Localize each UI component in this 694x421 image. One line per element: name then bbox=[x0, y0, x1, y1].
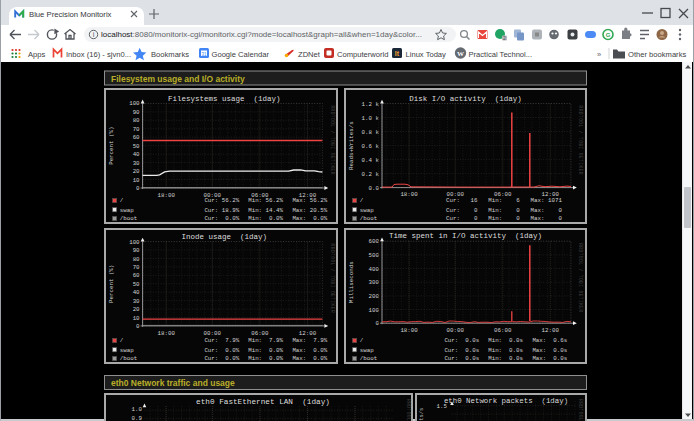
svg-text:80: 80 bbox=[133, 117, 140, 124]
svg-text:31: 31 bbox=[201, 52, 207, 57]
svg-text:30: 30 bbox=[133, 298, 140, 305]
svg-text:Google Calendar: Google Calendar bbox=[212, 50, 270, 59]
svg-text:Min: 0: Min: 0 bbox=[488, 207, 520, 214]
svg-text:Min: 6: Min: 6 bbox=[488, 197, 520, 204]
svg-text:Max: 0: Max: 0 bbox=[531, 215, 563, 222]
svg-text:Min: 0.0s: Min: 0.0s bbox=[488, 347, 523, 354]
svg-text:Max: 7.9%: Max: 7.9% bbox=[292, 337, 327, 344]
svg-text:90: 90 bbox=[133, 247, 140, 254]
svg-text:0.9: 0.9 bbox=[132, 415, 143, 421]
svg-text:»: » bbox=[597, 50, 601, 59]
svg-text:lt: lt bbox=[395, 50, 400, 57]
svg-text:00:00: 00:00 bbox=[204, 330, 222, 337]
svg-text:Cur: 0: Cur: 0 bbox=[446, 215, 478, 222]
svg-text:18:00: 18:00 bbox=[157, 330, 175, 337]
svg-text:Filesystem usage and I/O activ: Filesystem usage and I/O activity bbox=[111, 74, 245, 84]
svg-text:12:00: 12:00 bbox=[542, 327, 560, 334]
svg-text:W: W bbox=[457, 50, 464, 58]
svg-text:/boot: /boot bbox=[360, 355, 377, 362]
svg-text:Cur: 56.2%: Cur: 56.2% bbox=[204, 197, 239, 204]
svg-text:Apps: Apps bbox=[28, 50, 46, 59]
svg-text:30: 30 bbox=[133, 160, 140, 167]
svg-text:1.5: 1.5 bbox=[437, 403, 448, 410]
svg-text:Packets/s: Packets/s bbox=[419, 408, 425, 421]
svg-text:100: 100 bbox=[129, 239, 140, 246]
svg-text:18:00: 18:00 bbox=[157, 192, 175, 199]
svg-text:swap: swap bbox=[120, 347, 134, 354]
svg-text:Inbox (16) - sjvn0...: Inbox (16) - sjvn0... bbox=[66, 50, 131, 59]
svg-text:/: / bbox=[120, 337, 124, 344]
svg-text:90: 90 bbox=[133, 109, 140, 116]
svg-text:0.8 k: 0.8 k bbox=[362, 129, 380, 136]
svg-text:Blue Precision Monitorix: Blue Precision Monitorix bbox=[29, 10, 112, 19]
svg-text:Max: 0: Max: 0 bbox=[531, 207, 563, 214]
svg-text:Cur: 0.0s: Cur: 0.0s bbox=[444, 355, 479, 362]
svg-text:20: 20 bbox=[133, 306, 140, 313]
svg-text:G: G bbox=[606, 32, 611, 38]
svg-text:1.0 k: 1.0 k bbox=[362, 115, 380, 122]
svg-text:0.6 k: 0.6 k bbox=[362, 143, 380, 150]
svg-text:100: 100 bbox=[129, 100, 140, 107]
svg-text:RRDTOOL / TOBI OETIKER: RRDTOOL / TOBI OETIKER bbox=[406, 399, 411, 421]
svg-text:400: 400 bbox=[369, 266, 380, 273]
svg-text:00:00: 00:00 bbox=[446, 327, 464, 334]
svg-text:Percent (%): Percent (%) bbox=[108, 127, 115, 165]
svg-text:Percent (%): Percent (%) bbox=[108, 265, 115, 303]
svg-text:Cur: 18.9%: Cur: 18.9% bbox=[204, 207, 239, 214]
svg-text:50: 50 bbox=[133, 281, 140, 288]
svg-text:Min: 0.0%: Min: 0.0% bbox=[248, 347, 283, 354]
svg-text:50: 50 bbox=[133, 143, 140, 150]
svg-text:Linux Today: Linux Today bbox=[406, 50, 447, 59]
svg-text:18:00: 18:00 bbox=[400, 191, 418, 198]
svg-text:eth0 Network traffic and usage: eth0 Network traffic and usage bbox=[111, 378, 235, 388]
svg-text:60: 60 bbox=[133, 272, 140, 279]
svg-text:0: 0 bbox=[136, 323, 140, 330]
svg-text:06:00: 06:00 bbox=[251, 330, 269, 337]
svg-text:Max: 0.0%: Max: 0.0% bbox=[292, 355, 327, 362]
svg-text:0.0: 0.0 bbox=[369, 185, 380, 192]
svg-text:20: 20 bbox=[133, 168, 140, 175]
svg-text:Practical Technol...: Practical Technol... bbox=[469, 50, 533, 59]
svg-text:/boot: /boot bbox=[360, 215, 377, 222]
svg-text:/boot: /boot bbox=[120, 355, 137, 362]
svg-text:ZDNet: ZDNet bbox=[298, 50, 321, 59]
svg-text:Max: 0.6s: Max: 0.6s bbox=[532, 337, 567, 344]
svg-text:2: 2 bbox=[503, 35, 506, 41]
svg-text:Min: 0.0%: Min: 0.0% bbox=[248, 215, 283, 222]
svg-text:Max: 56.2%: Max: 56.2% bbox=[292, 197, 327, 204]
svg-text:Cur: 0.0%: Cur: 0.0% bbox=[204, 215, 239, 222]
svg-text:70: 70 bbox=[133, 126, 140, 133]
svg-text:/boot: /boot bbox=[120, 215, 137, 222]
svg-text:/: / bbox=[360, 337, 364, 344]
svg-text:Time spent in I/O activity (1: Time spent in I/O activity (1day) bbox=[389, 232, 542, 240]
svg-text:80: 80 bbox=[133, 256, 140, 263]
svg-text:Max: 0.0s: Max: 0.0s bbox=[532, 347, 567, 354]
svg-text:Max: 0.0%: Max: 0.0% bbox=[292, 347, 327, 354]
svg-text:Cur: 0.0s: Cur: 0.0s bbox=[444, 337, 479, 344]
svg-text:0: 0 bbox=[376, 320, 380, 327]
svg-text:0: 0 bbox=[136, 185, 140, 192]
svg-text:RRDTOOL / TOBI OETIKER: RRDTOOL / TOBI OETIKER bbox=[578, 106, 583, 175]
svg-text:Computerworld: Computerworld bbox=[337, 50, 389, 59]
svg-text:swap: swap bbox=[360, 207, 374, 214]
svg-text:swap: swap bbox=[120, 207, 134, 214]
svg-text:Reads+Writes/s: Reads+Writes/s bbox=[348, 121, 355, 170]
svg-text:Min: 7.9%: Min: 7.9% bbox=[248, 337, 283, 344]
svg-text:eth0 Network packets (1day): eth0 Network packets (1day) bbox=[444, 397, 568, 405]
svg-text:Min: 14.4%: Min: 14.4% bbox=[248, 207, 283, 214]
svg-text:500: 500 bbox=[369, 252, 380, 259]
svg-text:swap: swap bbox=[360, 347, 374, 354]
svg-text:Bookmarks: Bookmarks bbox=[151, 50, 189, 59]
svg-text:Cur: 0: Cur: 0 bbox=[446, 207, 478, 214]
svg-text:300: 300 bbox=[369, 279, 380, 286]
svg-text:Inode usage (1day): Inode usage (1day) bbox=[182, 233, 268, 241]
svg-text:Cur: 0.0s: Cur: 0.0s bbox=[444, 347, 479, 354]
svg-text:70: 70 bbox=[133, 264, 140, 271]
svg-text:Min: 0.0s: Min: 0.0s bbox=[488, 355, 523, 362]
svg-text:18:00: 18:00 bbox=[400, 327, 418, 334]
svg-text:0.2 k: 0.2 k bbox=[362, 171, 380, 178]
svg-text:Max: 1071: Max: 1071 bbox=[531, 197, 563, 204]
svg-text:Cur: 0.0%: Cur: 0.0% bbox=[204, 355, 239, 362]
svg-text:06:00: 06:00 bbox=[494, 327, 512, 334]
svg-text:RRDTOOL / TOBI OETIKER: RRDTOOL / TOBI OETIKER bbox=[330, 244, 335, 313]
